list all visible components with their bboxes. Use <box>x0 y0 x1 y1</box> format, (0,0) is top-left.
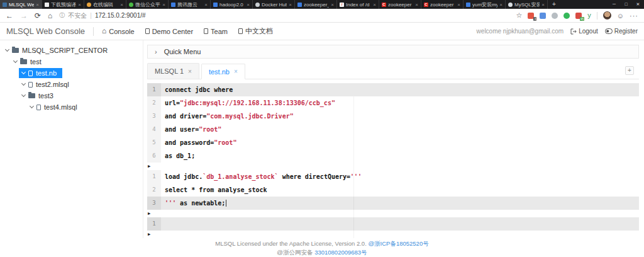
caret-down-icon[interactable] <box>21 70 26 74</box>
tab-close-icon[interactable]: × <box>289 2 292 8</box>
tab-close-icon[interactable]: × <box>415 2 418 8</box>
footer-icp-link[interactable]: @浙ICP备18052520号 <box>368 240 428 247</box>
caret-down-icon[interactable] <box>5 47 9 52</box>
red-extension-icon[interactable]: 3 <box>528 13 534 19</box>
code-line[interactable]: and user="root" <box>161 123 639 136</box>
quick-menu-header[interactable]: › Quick Menu <box>147 45 639 59</box>
minimize-button[interactable]: ─ <box>608 0 620 9</box>
logout-button[interactable]: Logout <box>570 28 598 35</box>
code-cell: 1 <box>147 217 639 231</box>
more-menu-icon[interactable]: ··· <box>630 12 638 20</box>
nav-item-中文文档[interactable]: 中文文档 <box>238 26 273 36</box>
editor-tab-test-nb[interactable]: test.nb× <box>201 64 245 79</box>
code-line[interactable]: as db_1; <box>161 149 639 163</box>
nav-item-console[interactable]: ⌂Console <box>102 28 135 35</box>
run-cell-play-icon[interactable]: ▶ <box>148 164 150 169</box>
browser-tab[interactable]: Docker Hub× <box>253 0 295 9</box>
browser-tab-label: zookeeper <box>430 2 455 8</box>
app-title: MLSQL Web Console <box>6 26 85 36</box>
code-line[interactable]: select * from analyse_stock <box>161 183 639 197</box>
gray-extension-icon[interactable] <box>552 13 558 19</box>
code-line[interactable]: connect jdbc where <box>161 83 639 96</box>
caret-down-icon[interactable] <box>21 81 26 86</box>
editor-tab-mlsql-1[interactable]: MLSQL 1× <box>147 63 199 79</box>
code-editor[interactable]: 1connect jdbc where2url="jdbc:mysql://19… <box>147 83 639 238</box>
back-button[interactable]: ← <box>6 12 13 20</box>
browser-tab[interactable]: MySQL安装× <box>506 0 548 9</box>
tree-node-label: test4.mlsql <box>44 103 77 111</box>
browser-tab[interactable]: MLSQL Web× <box>0 0 42 9</box>
refresh-button[interactable]: ⟳ <box>35 12 41 20</box>
red45-extension-icon[interactable]: 45 <box>575 13 582 19</box>
tree-node-test4-mlsql[interactable]: test4.mlsql <box>0 101 143 113</box>
profile-avatar[interactable] <box>603 11 611 20</box>
caret-down-icon[interactable] <box>13 59 18 63</box>
code-line[interactable] <box>161 217 639 231</box>
code-cell: 1connect jdbc where2url="jdbc:mysql://19… <box>147 83 639 163</box>
y-extension-icon[interactable]: y <box>587 12 591 19</box>
new-tab-button[interactable]: + <box>548 0 560 9</box>
tab-close-icon[interactable]: × <box>78 2 81 8</box>
footer-police-link[interactable]: 33010802009683号 <box>314 249 367 256</box>
caret-down-icon[interactable] <box>30 104 34 108</box>
editor-tab-label: MLSQL 1 <box>155 67 184 75</box>
browser-tab[interactable]: yum安装my× <box>464 0 506 9</box>
tab-close-icon[interactable]: × <box>188 68 192 75</box>
browser-tab[interactable]: 在线编辑× <box>84 0 126 9</box>
line-number: 1 <box>147 217 161 231</box>
code-row: 1connect jdbc where <box>147 83 639 96</box>
tree-node-test[interactable]: test <box>0 56 143 67</box>
register-button[interactable]: Register <box>605 28 638 35</box>
tab-close-icon[interactable]: × <box>204 2 208 8</box>
nav-item-demo-center[interactable]: Demo Center <box>145 28 193 35</box>
footer-line1: MLSQL Licensed under the Apache License,… <box>0 240 644 248</box>
tab-close-icon[interactable]: × <box>120 2 123 8</box>
tree-node-test3[interactable]: test3 <box>0 90 143 101</box>
tab-close-icon[interactable]: × <box>162 2 165 8</box>
feedback-smiley-icon[interactable]: ☺ <box>617 12 624 20</box>
code-line[interactable]: and password="root" <box>161 136 639 149</box>
browser-tab[interactable]: zookeeper_× <box>295 0 337 9</box>
tree-node-mlsql_script_centor[interactable]: MLSQL_SCRIPT_CENTOR <box>0 45 143 56</box>
maximize-button[interactable]: □ <box>620 0 632 9</box>
browser-tab[interactable]: 微信公众平× <box>126 0 169 9</box>
page-footer: MLSQL Licensed under the Apache License,… <box>0 238 644 257</box>
code-line[interactable]: load jdbc.`db_1.analyse_stock` where dir… <box>161 170 639 183</box>
code-line[interactable]: url="jdbc:mysql://192.168.11.38:13306/cc… <box>161 96 639 110</box>
address-bar[interactable]: ⓘ 不安全 | 172.15.0.2:9001/# <box>59 11 145 20</box>
browser-tab[interactable]: /Index of /d× <box>337 0 379 9</box>
line-number: 3 <box>147 110 161 123</box>
tab-close-icon[interactable]: × <box>457 2 460 8</box>
browser-tab[interactable]: 下载预编译× <box>42 0 84 9</box>
tree-node-test-nb[interactable]: test.nb <box>0 67 143 79</box>
code-line[interactable]: and driver="com.mysql.jdbc.Driver" <box>161 110 639 123</box>
add-tab-button[interactable]: + <box>625 66 634 75</box>
favorites-star-icon[interactable]: ☆ <box>516 12 522 19</box>
main-panel: › Quick Menu MLSQL 1×test.nb× + 1connect… <box>143 40 644 238</box>
browser-tab-label: yum安装my <box>472 1 497 8</box>
caret-down-icon[interactable] <box>21 93 26 97</box>
tab-close-icon[interactable]: × <box>247 2 250 8</box>
security-label: 不安全 <box>68 11 87 20</box>
tab-close-icon[interactable]: × <box>541 2 545 8</box>
tab-close-icon[interactable]: × <box>36 2 39 8</box>
browser-tab[interactable]: Czookeeper× <box>421 0 464 9</box>
tab-close-icon[interactable]: × <box>331 2 334 8</box>
home-button[interactable]: ⌂ <box>48 12 52 20</box>
tree-node-test2-mlsql[interactable]: test2.mlsql <box>0 79 143 90</box>
run-cell-play-icon[interactable]: ▶ <box>148 232 150 237</box>
nav-item-team[interactable]: Team <box>204 28 228 35</box>
browser-tab[interactable]: 腾讯微云× <box>169 0 211 9</box>
tab-close-icon[interactable]: × <box>234 68 238 75</box>
close-button[interactable]: ✕ <box>632 0 644 9</box>
tab-close-icon[interactable]: × <box>499 2 502 8</box>
code-row: 1 <box>147 217 639 231</box>
evernote-extension-icon[interactable] <box>564 13 570 19</box>
browser-tab[interactable]: Czookeeper× <box>379 0 421 9</box>
tab-close-icon[interactable]: × <box>373 2 376 8</box>
run-cell-play-icon[interactable]: ▶ <box>148 211 150 216</box>
code-line[interactable]: ''' as newtable; <box>161 197 639 210</box>
browser-tab[interactable]: hadoop2.0× <box>211 0 253 9</box>
forward-button[interactable]: → <box>20 12 28 20</box>
blue-extension-icon[interactable] <box>540 13 546 19</box>
